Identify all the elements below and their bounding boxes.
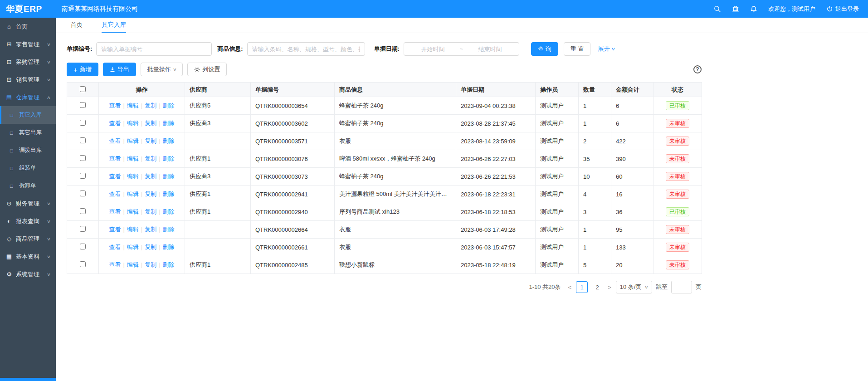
delete-link[interactable]: 删除 xyxy=(163,155,175,162)
bill-date-cell: 2023-08-28 21:37:45 xyxy=(456,115,536,132)
delete-link[interactable]: 删除 xyxy=(163,244,175,250)
search-button[interactable]: 查 询 xyxy=(531,42,558,56)
view-link[interactable]: 查看 xyxy=(109,244,121,250)
copy-link[interactable]: 复制 xyxy=(145,226,156,233)
sidebar-item-purchase[interactable]: ⊟采购管理∨ xyxy=(0,53,56,71)
view-link[interactable]: 查看 xyxy=(109,137,121,144)
delete-link[interactable]: 删除 xyxy=(163,208,175,215)
delete-link[interactable]: 删除 xyxy=(163,137,175,144)
row-checkbox[interactable] xyxy=(80,190,86,196)
row-checkbox[interactable] xyxy=(80,226,86,232)
next-page-button[interactable]: > xyxy=(607,284,612,291)
row-checkbox[interactable] xyxy=(80,244,86,249)
view-link[interactable]: 查看 xyxy=(109,102,121,109)
add-button[interactable]: + 新增 xyxy=(67,63,98,76)
row-checkbox[interactable] xyxy=(80,120,86,126)
date-range-picker[interactable]: ~ xyxy=(404,42,519,56)
prev-page-button[interactable]: < xyxy=(567,284,573,291)
sidebar-collapse-bar[interactable] xyxy=(0,378,56,381)
edit-link[interactable]: 编辑 xyxy=(127,261,139,268)
page-button-1[interactable]: 1 xyxy=(576,281,588,293)
view-link[interactable]: 查看 xyxy=(109,173,121,180)
copy-link[interactable]: 复制 xyxy=(145,102,156,109)
edit-link[interactable]: 编辑 xyxy=(127,102,139,109)
goods-info-input[interactable] xyxy=(247,42,365,56)
copy-link[interactable]: 复制 xyxy=(145,261,156,268)
delete-link[interactable]: 删除 xyxy=(163,261,175,268)
sidebar-subitem-transfer-outbound[interactable]: □调拨出库 xyxy=(0,142,56,159)
logout-button[interactable]: 退出登录 xyxy=(826,5,859,13)
copy-link[interactable]: 复制 xyxy=(145,173,156,180)
bill-no-input[interactable] xyxy=(96,42,212,56)
view-link[interactable]: 查看 xyxy=(109,155,121,162)
column-settings-button[interactable]: 列设置 xyxy=(187,63,227,76)
topbar-actions: 欢迎您，测试用户 退出登录 xyxy=(714,5,868,13)
sidebar-item-report[interactable]: ◐报表查询∨ xyxy=(0,212,56,230)
edit-link[interactable]: 编辑 xyxy=(127,208,139,215)
sidebar-subitem-assembly[interactable]: □组装单 xyxy=(0,159,56,177)
row-checkbox[interactable] xyxy=(80,102,86,108)
sidebar-item-sales[interactable]: ⊡销售管理∨ xyxy=(0,71,56,88)
select-all-checkbox[interactable] xyxy=(80,86,86,92)
edit-link[interactable]: 编辑 xyxy=(127,137,139,144)
sidebar-item-warehouse[interactable]: ▤仓库管理∧ xyxy=(0,88,56,106)
view-link[interactable]: 查看 xyxy=(109,120,121,127)
column-header: 操作员 xyxy=(536,83,579,97)
delete-link[interactable]: 删除 xyxy=(163,173,175,180)
tab-other-inbound[interactable]: 其它入库 xyxy=(102,18,126,33)
reset-button[interactable]: 重 置 xyxy=(564,42,591,56)
view-link[interactable]: 查看 xyxy=(109,208,121,215)
end-date-input[interactable] xyxy=(465,46,515,53)
bill-date-cell: 2023-09-04 00:23:38 xyxy=(456,97,536,115)
copy-link[interactable]: 复制 xyxy=(145,155,156,162)
bank-icon[interactable] xyxy=(732,5,739,13)
sidebar-item-goods[interactable]: ◇商品管理∨ xyxy=(0,230,56,248)
edit-link[interactable]: 编辑 xyxy=(127,173,139,180)
export-button[interactable]: 导出 xyxy=(103,63,136,76)
view-link[interactable]: 查看 xyxy=(109,226,121,233)
sidebar-item-retail[interactable]: ⊞零售管理∨ xyxy=(0,35,56,53)
sidebar-subitem-disassembly[interactable]: □拆卸单 xyxy=(0,177,56,195)
chevron-down-icon: ∨ xyxy=(47,60,51,64)
copy-link[interactable]: 复制 xyxy=(145,244,156,250)
sidebar-item-system[interactable]: ⚙系统管理∨ xyxy=(0,265,56,283)
expand-link[interactable]: 展开 ∨ xyxy=(598,45,615,53)
row-checkbox[interactable] xyxy=(80,173,86,179)
status-cell: 未审核 xyxy=(653,221,702,239)
delete-link[interactable]: 删除 xyxy=(163,190,175,197)
batch-operations-button[interactable]: 批量操作 ∨ xyxy=(141,63,183,76)
row-checkbox[interactable] xyxy=(80,261,86,267)
delete-link[interactable]: 删除 xyxy=(163,102,175,109)
help-icon[interactable]: ? xyxy=(693,65,702,73)
row-checkbox[interactable] xyxy=(80,155,86,161)
page-button-2[interactable]: 2 xyxy=(591,281,603,293)
edit-link[interactable]: 编辑 xyxy=(127,120,139,127)
tab-home[interactable]: 首页 xyxy=(70,18,83,33)
view-link[interactable]: 查看 xyxy=(109,190,121,197)
status-cell: 已审核 xyxy=(653,203,702,221)
start-date-input[interactable] xyxy=(408,46,458,53)
copy-link[interactable]: 复制 xyxy=(145,190,156,197)
delete-link[interactable]: 删除 xyxy=(163,120,175,127)
copy-link[interactable]: 复制 xyxy=(145,137,156,144)
copy-link[interactable]: 复制 xyxy=(145,208,156,215)
jump-page-input[interactable] xyxy=(671,281,692,293)
copy-link[interactable]: 复制 xyxy=(145,120,156,127)
edit-link[interactable]: 编辑 xyxy=(127,226,139,233)
row-checkbox[interactable] xyxy=(80,137,86,143)
delete-link[interactable]: 删除 xyxy=(163,226,175,233)
view-link[interactable]: 查看 xyxy=(109,261,121,268)
edit-link[interactable]: 编辑 xyxy=(127,244,139,250)
sidebar-item-finance[interactable]: ⊙财务管理∨ xyxy=(0,195,56,212)
sidebar-subitem-other-outbound[interactable]: □其它出库 xyxy=(0,124,56,142)
sidebar-item-basic[interactable]: ▦基本资料∨ xyxy=(0,248,56,265)
bell-icon[interactable] xyxy=(750,5,757,13)
sidebar-item-home[interactable]: ⌂首页 xyxy=(0,18,56,35)
checkbox-cell xyxy=(67,203,99,221)
sidebar-subitem-other-inbound[interactable]: □其它入库 xyxy=(0,106,56,124)
row-checkbox[interactable] xyxy=(80,208,86,214)
page-size-select[interactable]: 10 条/页 ∨ xyxy=(616,281,652,293)
edit-link[interactable]: 编辑 xyxy=(127,155,139,162)
edit-link[interactable]: 编辑 xyxy=(127,190,139,197)
search-icon[interactable] xyxy=(714,5,721,13)
